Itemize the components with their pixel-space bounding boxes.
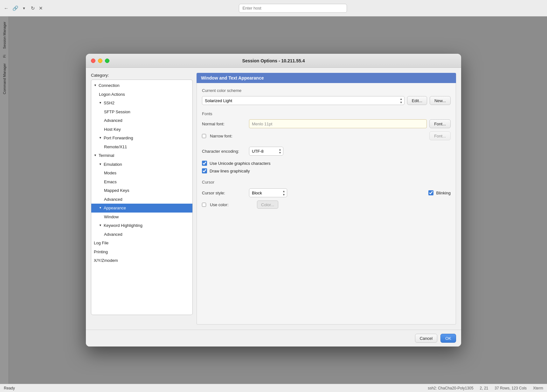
tree-item-ssh2-advanced[interactable]: Advanced	[91, 116, 192, 125]
tree-item-port-forwarding[interactable]: ▼ Port Forwarding	[91, 134, 192, 143]
content-panel: Window and Text Appearance Current color…	[197, 73, 456, 325]
use-color-checkbox[interactable]	[202, 203, 206, 207]
tree-item-keyword-highlighting[interactable]: ▼ Keyword Highlighting	[91, 221, 192, 230]
traffic-lights	[91, 59, 109, 63]
dialog-overlay: Session Options - 10.211.55.4 Category: …	[0, 17, 547, 384]
tree-label-host-key: Host Key	[104, 126, 121, 133]
use-color-label: Use color:	[210, 202, 254, 207]
cursor-style-select[interactable]: Block Underline Bar	[249, 188, 287, 197]
dialog: Session Options - 10.211.55.4 Category: …	[86, 54, 461, 346]
tree-item-modes[interactable]: Modes	[91, 169, 192, 178]
cursor-section: Cursor Cursor style: Block Underline Bar	[202, 180, 451, 209]
expand-icon-emulation: ▼	[99, 162, 102, 167]
chevron-down-icon[interactable]: ▼	[22, 6, 26, 10]
tree-item-terminal[interactable]: ▼ Terminal	[91, 151, 192, 160]
ok-button[interactable]: OK	[440, 334, 456, 343]
normal-font-button[interactable]: Font...	[429, 119, 451, 128]
host-input[interactable]	[239, 4, 347, 13]
status-dimensions: 37 Rows, 123 Cols	[495, 386, 527, 390]
tree-item-emulation[interactable]: ▼ Emulation	[91, 160, 192, 169]
minimize-button[interactable]	[98, 59, 102, 63]
dialog-body: Category: ▼ Connection Logon Actions ▼ S…	[86, 68, 461, 330]
color-scheme-group: Current color scheme Solarized Light Def…	[202, 88, 451, 105]
tree-item-logon-actions[interactable]: Logon Actions	[91, 90, 192, 99]
status-right: ssh2: ChaCha20-Poly1305 2, 21 37 Rows, 1…	[428, 386, 543, 390]
narrow-font-row: Narrow font: Font...	[202, 131, 451, 140]
tree-item-host-key[interactable]: Host Key	[91, 125, 192, 134]
back-icon[interactable]: ←	[4, 5, 9, 11]
maximize-button[interactable]	[105, 59, 109, 63]
unicode-graphics-label: Use Unicode graphics characters	[210, 161, 270, 166]
forward-icon[interactable]: ↻	[31, 5, 35, 11]
status-ready: Ready	[4, 386, 428, 390]
dialog-titlebar: Session Options - 10.211.55.4	[86, 54, 461, 68]
expand-icon-terminal: ▼	[94, 153, 97, 158]
draw-lines-checkbox[interactable]	[202, 168, 207, 173]
blinking-row: Blinking	[428, 190, 451, 195]
cancel-button[interactable]: Cancel	[415, 334, 437, 343]
toolbar-center	[43, 4, 543, 13]
tree-item-sftp-session[interactable]: SFTP Session	[91, 108, 192, 116]
blinking-checkbox[interactable]	[428, 190, 433, 195]
tree-label-xyzmodem: X/Y/Zmodem	[94, 257, 118, 264]
color-button: Color...	[257, 200, 278, 209]
edit-button[interactable]: Edit...	[407, 96, 427, 105]
tree-item-mapped-keys[interactable]: Mapped Keys	[91, 186, 192, 195]
tree-item-emacs[interactable]: Emacs	[91, 178, 192, 186]
draw-lines-label: Draw lines graphically	[210, 169, 250, 173]
tree-label-keyword-highlighting: Keyword Highlighting	[104, 222, 142, 229]
status-ssh: ssh2: ChaCha20-Poly1305	[428, 386, 473, 390]
fonts-title: Fonts	[202, 111, 451, 116]
category-tree[interactable]: ▼ Connection Logon Actions ▼ SSH2 SFTP S…	[91, 80, 193, 315]
main-area: Session Manager Fi Command Manager Sessi…	[0, 17, 547, 384]
tree-item-ssh2[interactable]: ▼ SSH2	[91, 99, 192, 108]
normal-font-input[interactable]	[249, 119, 427, 128]
tree-item-emulation-advanced[interactable]: Advanced	[91, 195, 192, 204]
normal-font-row: Normal font: Font...	[202, 119, 451, 128]
tree-item-xyzmodem[interactable]: X/Y/Zmodem	[91, 256, 192, 265]
expand-icon-connection: ▼	[94, 83, 97, 88]
tree-item-appearance[interactable]: ▼ Appearance	[91, 204, 192, 213]
tree-item-connection[interactable]: ▼ Connection	[91, 81, 192, 90]
expand-icon-ssh2: ▼	[99, 101, 102, 105]
dialog-footer: Cancel OK	[86, 330, 461, 346]
app-toolbar: ← 🔗 ▼ ↻ ✕	[0, 0, 547, 17]
status-position: 2, 21	[480, 386, 488, 390]
expand-icon-appearance: ▼	[99, 206, 102, 210]
tree-label-ssh2: SSH2	[104, 100, 114, 106]
tree-item-printing[interactable]: Printing	[91, 248, 192, 256]
expand-icon-keyword-highlighting: ▼	[99, 223, 102, 228]
section-body: Current color scheme Solarized Light Def…	[197, 83, 456, 325]
link-icon[interactable]: 🔗	[12, 5, 18, 11]
color-scheme-title: Current color scheme	[202, 88, 451, 93]
narrow-font-button: Font...	[429, 131, 451, 140]
encoding-select[interactable]: UTF-8 UTF-16 ISO-8859-1 US-ASCII	[249, 147, 283, 156]
new-button[interactable]: New...	[430, 96, 451, 105]
narrow-font-label: Narrow font:	[210, 134, 254, 138]
close-icon[interactable]: ✕	[39, 5, 43, 11]
tree-item-kh-advanced[interactable]: Advanced	[91, 230, 192, 239]
toolbar-icons: ← 🔗 ▼ ↻ ✕	[4, 5, 43, 11]
color-scheme-select[interactable]: Solarized Light Default Dark Solarized D…	[202, 96, 405, 105]
tree-label-emulation: Emulation	[104, 161, 122, 168]
color-scheme-row: Solarized Light Default Dark Solarized D…	[202, 96, 451, 105]
encoding-label: Character encoding:	[202, 149, 246, 154]
tree-item-remote-x11[interactable]: Remote/X11	[91, 143, 192, 151]
tree-label-terminal: Terminal	[99, 152, 114, 159]
section-header: Window and Text Appearance	[197, 73, 456, 83]
unicode-graphics-checkbox[interactable]	[202, 161, 207, 166]
tree-item-log-file[interactable]: Log File	[91, 239, 192, 248]
category-panel: Category: ▼ Connection Logon Actions ▼ S…	[91, 73, 193, 325]
close-button[interactable]	[91, 59, 95, 63]
tree-label-ssh2-advanced: Advanced	[104, 117, 122, 124]
status-bar: Ready ssh2: ChaCha20-Poly1305 2, 21 37 R…	[0, 384, 547, 392]
tree-label-sftp-session: SFTP Session	[104, 109, 130, 115]
encoding-select-wrapper: UTF-8 UTF-16 ISO-8859-1 US-ASCII ▲ ▼	[249, 147, 283, 156]
checkboxes-group: Use Unicode graphics characters Draw lin…	[202, 161, 451, 173]
narrow-font-checkbox[interactable]	[202, 134, 206, 138]
tree-label-connection: Connection	[99, 82, 120, 89]
tree-label-window: Window	[104, 214, 119, 220]
tree-label-mapped-keys: Mapped Keys	[104, 187, 129, 194]
tree-item-window[interactable]: Window	[91, 213, 192, 221]
draw-lines-row: Draw lines graphically	[202, 168, 451, 173]
